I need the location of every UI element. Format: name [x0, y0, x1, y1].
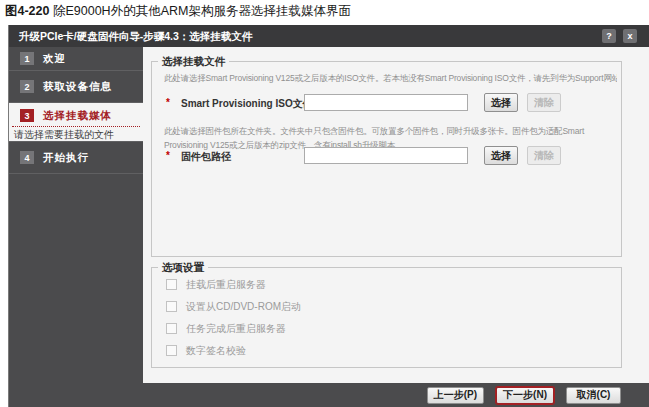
step-number-badge: 2: [20, 80, 34, 93]
step-label: 开始执行: [43, 151, 89, 165]
step-sublabel: 请选择需要挂载的文件: [9, 128, 143, 142]
step-number-badge: 1: [20, 52, 34, 65]
dialog-footer: 上一步(P) 下一步(N) 取消(C): [9, 383, 649, 407]
checkbox-restart-after-mount: [166, 279, 177, 290]
step-item-execute: 4 开始执行: [9, 142, 143, 174]
mount-file-legend: 选择挂载文件: [158, 55, 229, 69]
wizard-steps-sidebar: 1 欢迎 2 获取设备信息 3 选择挂载媒体 请选择需要挂载的文件 4 开始执行: [9, 47, 143, 383]
dialog-title: 升级PCIe卡/硬盘固件向导-步骤4.3：选择挂载文件: [9, 25, 649, 47]
figure-caption-text: 除E9000H外的其他ARM架构服务器选择挂载媒体界面: [53, 4, 351, 18]
iso-description: 此处请选择Smart Provisioning V125或之后版本的ISO文件。…: [164, 71, 617, 85]
cancel-button[interactable]: 取消(C): [566, 387, 621, 404]
firmware-path-label: 固件包路径: [181, 150, 231, 164]
options-groupbox: 选项设置 挂载后重启服务器 设置从CD/DVD-ROM启动 任务完成后重启服务器…: [151, 267, 622, 368]
close-icon[interactable]: x: [623, 29, 637, 43]
required-mark: *: [166, 150, 170, 161]
step-number-badge: 4: [20, 151, 34, 164]
checkbox-restart-after-task: [166, 323, 177, 334]
firmware-select-button[interactable]: 选择: [484, 146, 518, 165]
option-label: 设置从CD/DVD-ROM启动: [186, 300, 301, 314]
step-item-welcome: 1 欢迎: [9, 47, 143, 71]
step-item-device-info: 2 获取设备信息: [9, 71, 143, 103]
step-label-active: 选择挂载媒体: [43, 109, 112, 123]
firmware-field-row: * 固件包路径 选择 清除: [152, 146, 621, 166]
iso-field-label: Smart Provisioning ISO文件: [181, 97, 313, 111]
option-label: 数字签名校验: [186, 344, 246, 358]
options-legend: 选项设置: [158, 261, 208, 275]
dialog-content: 选择挂载文件 此处请选择Smart Provisioning V125或之后版本…: [143, 47, 649, 383]
iso-clear-button: 清除: [527, 93, 561, 112]
step-number-badge-active: 3: [20, 109, 34, 122]
upgrade-wizard-dialog: 升级PCIe卡/硬盘固件向导-步骤4.3：选择挂载文件 ? x 1 欢迎 2 获…: [8, 25, 649, 407]
iso-field-row: * Smart Provisioning ISO文件 选择 清除: [152, 93, 621, 113]
next-step-button[interactable]: 下一步(N): [496, 387, 554, 404]
option-restart-after-task: 任务完成后重启服务器: [166, 322, 286, 335]
checkbox-digital-signature: [166, 345, 177, 356]
step-label: 获取设备信息: [43, 80, 112, 94]
firmware-clear-button: 清除: [527, 146, 561, 165]
checkbox-boot-from-cddvd: [166, 301, 177, 312]
firmware-path-input[interactable]: [304, 147, 468, 164]
required-mark: *: [166, 97, 170, 108]
figure-caption: 图4-220 除E9000H外的其他ARM架构服务器选择挂载媒体界面: [5, 3, 351, 20]
active-step-divider: [12, 126, 140, 127]
dialog-titlebar: 升级PCIe卡/硬盘固件向导-步骤4.3：选择挂载文件 ? x: [9, 25, 649, 47]
figure-label: 图4-220: [5, 4, 49, 18]
iso-file-input[interactable]: [304, 94, 468, 111]
mount-file-groupbox: 选择挂载文件 此处请选择Smart Provisioning V125或之后版本…: [151, 61, 622, 257]
option-restart-after-mount: 挂载后重启服务器: [166, 278, 266, 291]
previous-step-button[interactable]: 上一步(P): [427, 387, 484, 404]
iso-select-button[interactable]: 选择: [484, 93, 518, 112]
option-label: 挂载后重启服务器: [186, 278, 266, 292]
option-boot-from-cddvd: 设置从CD/DVD-ROM启动: [166, 300, 301, 313]
option-label: 任务完成后重启服务器: [186, 322, 286, 336]
step-item-select-media-active: 3 选择挂载媒体 请选择需要挂载的文件: [9, 103, 143, 142]
help-icon[interactable]: ?: [602, 29, 616, 43]
option-digital-signature: 数字签名校验: [166, 344, 246, 357]
step-label: 欢迎: [43, 52, 66, 66]
